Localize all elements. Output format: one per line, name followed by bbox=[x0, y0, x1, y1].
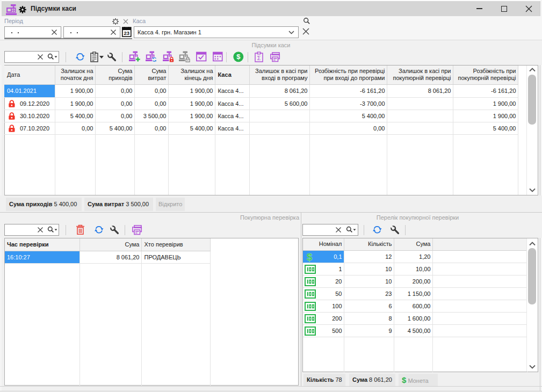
svg-text:Σ: Σ bbox=[257, 55, 261, 61]
svg-text:23: 23 bbox=[124, 30, 130, 36]
svg-text:$: $ bbox=[307, 252, 312, 262]
svg-text:$: $ bbox=[236, 53, 241, 61]
